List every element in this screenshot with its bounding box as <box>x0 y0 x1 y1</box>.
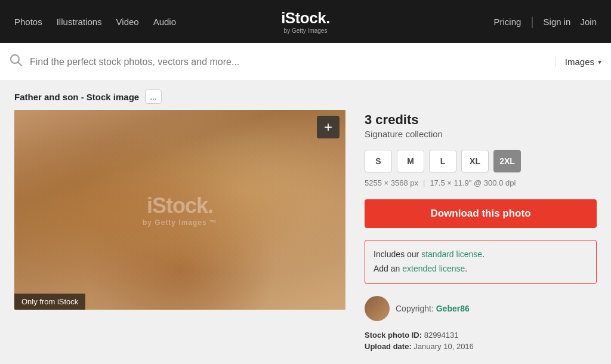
size-2xl-button[interactable]: 2XL <box>493 150 521 172</box>
svg-line-1 <box>18 62 22 66</box>
author-row: Copyright: Geber86 <box>365 296 597 321</box>
main-nav: Photos Illustrations Video Audio iStock.… <box>0 0 611 43</box>
search-icon <box>10 54 23 70</box>
nav-photos[interactable]: Photos <box>14 17 42 27</box>
stock-id: 82994131 <box>424 331 459 340</box>
only-from-istock-badge: Only from iStock <box>14 294 85 310</box>
upload-date-row: Upload date: January 10, 2016 <box>365 342 597 351</box>
avatar <box>365 296 390 321</box>
nav-divider: | <box>530 15 533 29</box>
credits-label: 3 credits <box>365 112 597 128</box>
search-bar: Images ▾ <box>0 43 611 81</box>
nav-audio[interactable]: Audio <box>153 17 176 27</box>
main-content: iStock. by Getty Images ™ + Only from iS… <box>0 110 611 364</box>
size-m-button[interactable]: M <box>397 150 424 172</box>
page-title: Father and son - Stock image <box>14 92 139 102</box>
license-text-4: . <box>465 264 467 273</box>
search-filter-dropdown[interactable]: Images ▾ <box>555 57 601 67</box>
join-link[interactable]: Join <box>580 17 597 27</box>
stock-image-visual <box>14 110 345 310</box>
size-s-button[interactable]: S <box>365 150 392 172</box>
copyright-label: Copyright: <box>396 304 434 313</box>
size-sep: | <box>423 178 425 187</box>
license-text-3: Add an <box>374 264 402 273</box>
size-selector: S M L XL 2XL <box>365 150 597 172</box>
size-info: 5255 × 3568 px | 17.5 × 11.9" @ 300.0 dp… <box>365 178 597 187</box>
license-text-1: Includes our <box>374 249 421 259</box>
license-box: Includes our standard license. Add an ex… <box>365 240 597 284</box>
extended-license-link[interactable]: extended license <box>402 264 465 273</box>
size-l-button[interactable]: L <box>429 150 456 172</box>
stock-id-label: Stock photo ID: <box>365 331 422 340</box>
nav-links: Photos Illustrations Video Audio <box>14 17 176 27</box>
size-inches: 17.5 × 11.9" @ 300.0 dpi <box>430 178 516 187</box>
add-to-board-button[interactable]: + <box>317 116 340 138</box>
author-link[interactable]: Geber86 <box>436 304 470 313</box>
nav-video[interactable]: Video <box>116 17 139 27</box>
nav-illustrations[interactable]: Illustrations <box>57 17 102 27</box>
logo-sub: by Getty Images <box>281 27 330 34</box>
size-px: 5255 × 3568 px <box>365 178 418 187</box>
more-options-button[interactable]: ... <box>145 90 162 104</box>
stock-image: iStock. by Getty Images ™ + Only from iS… <box>14 110 345 310</box>
chevron-down-icon: ▾ <box>598 58 601 66</box>
nav-right: Pricing | Sign in Join <box>494 15 597 29</box>
upload-label: Upload date: <box>365 342 412 351</box>
image-panel: iStock. by Getty Images ™ + Only from iS… <box>14 110 345 353</box>
size-xl-button[interactable]: XL <box>461 150 489 172</box>
standard-license-link[interactable]: standard license <box>421 249 482 259</box>
download-button[interactable]: Download this photo <box>365 199 597 228</box>
detail-panel: 3 credits Signature collection S M L XL … <box>365 110 597 353</box>
author-info: Copyright: Geber86 <box>396 304 470 313</box>
license-text-2: . <box>482 249 485 259</box>
upload-date-value: January 10, 2016 <box>413 342 473 351</box>
breadcrumb: Father and son - Stock image ... <box>0 81 611 110</box>
pricing-link[interactable]: Pricing <box>494 17 521 27</box>
stock-id-row: Stock photo ID: 82994131 <box>365 331 597 340</box>
site-logo[interactable]: iStock. by Getty Images <box>281 9 330 34</box>
signin-link[interactable]: Sign in <box>544 17 571 27</box>
collection-label: Signature collection <box>365 129 597 139</box>
search-filter-label: Images <box>565 57 594 67</box>
search-input[interactable] <box>30 57 555 67</box>
logo-text: iStock. <box>281 9 330 27</box>
